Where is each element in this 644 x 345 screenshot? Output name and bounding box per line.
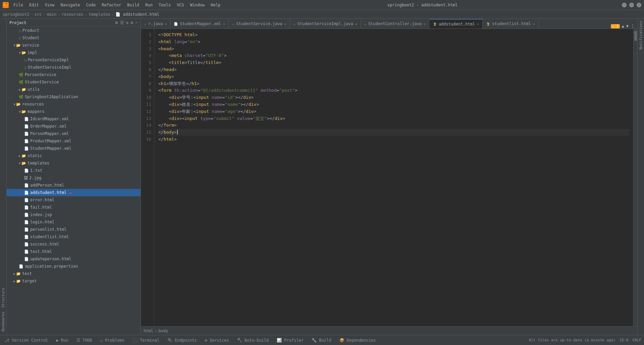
menu-vcs[interactable]: VCS — [174, 2, 187, 8]
code-editor[interactable]: <!DOCTYPE html><html lang="en"><head> <m… — [154, 29, 633, 326]
tree-item-service[interactable]: ▼📂service — [7, 42, 141, 49]
breadcrumb-html[interactable]: html — [144, 329, 153, 333]
expand-icon[interactable]: ▲ — [622, 24, 624, 28]
tab-close-button[interactable]: ✕ — [477, 22, 479, 26]
tree-item-IdcardMapper-xml[interactable]: 📄IdcardMapper.xml — [7, 115, 141, 123]
tab-close-button[interactable]: ✕ — [533, 22, 535, 26]
window-close-button[interactable]: ✕ — [637, 3, 641, 7]
window-minimize-button[interactable]: ─ — [622, 3, 627, 7]
sidebar-sync-icon[interactable]: ⊞ — [115, 20, 118, 25]
menu-run[interactable]: Run — [143, 2, 155, 8]
breadcrumb-part[interactable]: main — [47, 12, 57, 17]
tree-item-target[interactable]: ▶📁target — [7, 277, 141, 285]
breadcrumb-part[interactable]: templates — [89, 12, 110, 17]
tab-studentlist-html[interactable]: 🍃 studentlist.html ✕ — [483, 19, 539, 28]
bookmarks-label[interactable]: Bookmarks — [0, 309, 6, 334]
tabs-more-icon[interactable]: ▼ — [626, 24, 629, 28]
tree-item-application-properties[interactable]: 📄application.properties — [7, 263, 141, 270]
notifications-label[interactable]: Notifications — [638, 19, 644, 52]
tree-item-addstudent-html[interactable]: 📄addstudent.html← — [7, 189, 141, 196]
tab-close-button[interactable]: ✕ — [284, 22, 286, 26]
tab-studentservice-java[interactable]: ☕ StudentService.java ✕ — [229, 19, 290, 28]
auto-build-button[interactable]: 🔨 Auto-build — [235, 337, 271, 343]
tree-item-ProductMapper-xml[interactable]: 📄ProductMapper.xml — [7, 137, 141, 145]
tree-item-login-html[interactable]: 📄login.html — [7, 218, 141, 226]
tab-addstudent-html[interactable]: 🍃 addstudent.html ✕ — [429, 19, 483, 28]
sidebar-list-icon[interactable]: ☰ — [120, 20, 124, 25]
sidebar-gear-icon[interactable]: ⚙ — [130, 20, 133, 25]
tab-close-button[interactable]: ✕ — [424, 22, 426, 26]
run-button[interactable]: ▶ Run — [54, 337, 70, 343]
scrollbar-thumb[interactable] — [634, 31, 637, 41]
tree-item-fail-html[interactable]: 📄fail.html — [7, 204, 141, 211]
tab-studentmapper-xml[interactable]: 📄 StudentMapper.xml ✕ — [170, 19, 229, 28]
tree-item-error-html[interactable]: 📄error.html — [7, 196, 141, 204]
tree-item-resources[interactable]: ▼📂resources — [7, 100, 141, 108]
tree-item-success-html[interactable]: 📄success.html — [7, 240, 141, 248]
tree-item-2-jpg[interactable]: 🖼2.jpg — [7, 174, 141, 182]
menu-code[interactable]: Code — [84, 2, 99, 8]
dependencies-button[interactable]: 📦 Dependencies — [337, 337, 378, 343]
todo-button[interactable]: ☰ TODO — [74, 337, 94, 343]
version-control-button[interactable]: ⎇ Version Control — [3, 337, 50, 343]
tree-item-studentlist-html[interactable]: 📄studentlist.html — [7, 233, 141, 240]
editor-tabs[interactable]: ☕ r.java ✕ 📄 StudentMapper.xml ✕ ☕ Stude… — [141, 19, 637, 29]
structure-label[interactable]: Structure — [0, 286, 6, 310]
menu-edit[interactable]: Edit — [26, 2, 42, 8]
sidebar-minus-icon[interactable]: − — [135, 20, 138, 25]
window-maximize-button[interactable]: □ — [629, 3, 634, 7]
services-button[interactable]: ⚙ Services — [203, 337, 231, 343]
tree-item-test[interactable]: ▶📁test — [7, 270, 141, 277]
menu-refactor[interactable]: Refactor — [99, 2, 124, 8]
tree-item-updateperson-html[interactable]: 📄updateperson.html — [7, 255, 141, 263]
tree-item-addPerson-html[interactable]: 📄addPerson.html — [7, 182, 141, 189]
tab-close-button[interactable]: ✕ — [165, 22, 167, 26]
tree-item-utils[interactable]: ▶📁utils — [7, 86, 141, 93]
build-button[interactable]: 🔧 Build — [310, 337, 333, 343]
tab-studentcontroller-java[interactable]: ☕ StudentController.java ✕ — [361, 19, 429, 28]
tree-item-test-html[interactable]: 📄test.html — [7, 248, 141, 255]
tree-item-Product[interactable]: ○Product — [7, 27, 141, 34]
problems-button[interactable]: ⚠ Problems — [98, 337, 126, 343]
tree-item-mappers[interactable]: ▼📂mappers — [7, 108, 141, 115]
tree-item-index-jsp[interactable]: 📄index.jsp — [7, 211, 141, 218]
tree-item-PersonMapper-xml[interactable]: 📄PersonMapper.xml — [7, 130, 141, 137]
tab-close-button[interactable]: ✕ — [223, 22, 225, 26]
menu-bar[interactable]: File Edit View Navigate Code Refactor Bu… — [11, 2, 223, 8]
tree-item-personlist-html[interactable]: 📄personlist.html — [7, 226, 141, 233]
menu-navigate[interactable]: Navigate — [58, 2, 83, 8]
tree-item-static[interactable]: ▶📁static — [7, 152, 141, 159]
menu-build[interactable]: Build — [124, 2, 142, 8]
menu-window[interactable]: Window — [187, 2, 207, 8]
tree-item-PersonServiceImpl[interactable]: ○PersonServiceImpl — [7, 56, 141, 64]
tab-studentserviceimpl-java[interactable]: ☕ StudentServiceImpl.java ✕ — [290, 19, 361, 28]
menu-file[interactable]: File — [11, 2, 26, 8]
breadcrumb-part[interactable]: src — [35, 12, 42, 17]
tree-item-StudentMapper-xml[interactable]: 📄StudentMapper.xml — [7, 145, 141, 152]
tree-item-Student[interactable]: ○Student — [7, 34, 141, 42]
tree-item-1-txt[interactable]: 📄1.txt — [7, 167, 141, 174]
menu-view[interactable]: View — [42, 2, 57, 8]
tab-close-button[interactable]: ✕ — [355, 22, 357, 26]
tree-item-templates[interactable]: ▼📂templates — [7, 159, 141, 167]
tabs-settings-icon[interactable]: ⋮ — [631, 24, 635, 28]
menu-help[interactable]: Help — [208, 2, 223, 8]
endpoints-button[interactable]: 🔌 Endpoints — [165, 337, 199, 343]
tree-item-Springboot2Application[interactable]: 🌿Springboot2Application — [7, 93, 141, 100]
menu-tools[interactable]: Tools — [156, 2, 173, 8]
terminal-button[interactable]: ⬛ Terminal — [130, 337, 161, 343]
tree-item-StudentServiceImpl[interactable]: ○StudentServiceImpl — [7, 64, 141, 71]
breadcrumb-body[interactable]: body — [158, 329, 168, 333]
tree-item-OrderMapper-xml[interactable]: 📄OrderMapper.xml — [7, 123, 141, 130]
breadcrumb-file[interactable]: 📄 addstudent.html — [115, 12, 159, 17]
breadcrumb-part[interactable]: resources — [62, 12, 84, 17]
scrollbar-track[interactable] — [633, 29, 637, 326]
file-icon: 📄 — [24, 139, 29, 143]
tree-item-PersonService[interactable]: 🌿PersonService — [7, 71, 141, 78]
breadcrumb-part[interactable]: springboot2 — [3, 12, 29, 17]
tree-item-StudentService[interactable]: 🌿StudentService — [7, 78, 141, 86]
profiler-button[interactable]: 📊 Profiler — [275, 337, 306, 343]
sidebar-sort-icon[interactable]: ⇅ — [126, 20, 129, 25]
tree-item-impl[interactable]: ▼📂impl — [7, 49, 141, 56]
tab-r-java[interactable]: ☕ r.java ✕ — [141, 19, 170, 28]
